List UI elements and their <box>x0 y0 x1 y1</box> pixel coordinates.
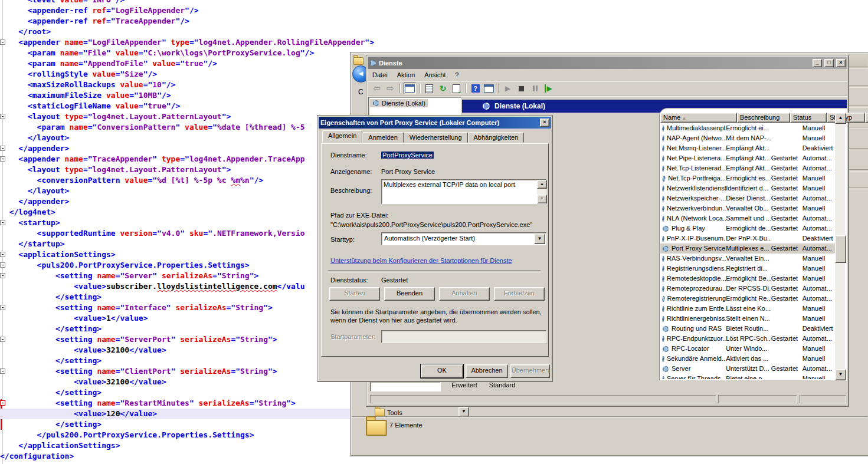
service-gear-icon <box>663 325 669 331</box>
tab-allgemein[interactable]: Allgemein <box>322 130 362 143</box>
service-gear-icon <box>662 135 664 141</box>
service-row[interactable]: PnP-X-IP-Busenum...Der PnP-X-Bu...Deakti… <box>660 233 835 243</box>
vertical-scrollbar[interactable]: ▲ ▼ <box>835 113 845 380</box>
service-row[interactable]: RAS-Verbindungsv...Verwaltet Ein...Manue… <box>660 254 835 264</box>
service-row[interactable]: ServerUnterstützt D...GestartetAutomat..… <box>660 364 835 374</box>
service-name-label: Dienstname: <box>330 152 367 159</box>
code-line[interactable]: <value>120</value> <box>0 409 353 419</box>
code-line[interactable]: <appender-ref ref="TraceAppender"/> <box>0 16 868 27</box>
fold-marker-icon[interactable]: - <box>0 114 5 119</box>
fold-marker-icon[interactable]: - <box>0 400 5 406</box>
column-header-beschreibung[interactable]: Beschreibung <box>737 113 790 123</box>
column-header-status[interactable]: Status <box>790 113 827 123</box>
service-row[interactable]: Net.Msmq-Listener...Empfängt Akt...Deakt… <box>660 143 835 153</box>
chevron-down-icon[interactable]: ▼ <box>534 233 545 244</box>
description-scrollbar[interactable]: ▲ ▼ <box>537 180 546 203</box>
console-tree-icon[interactable] <box>404 83 416 94</box>
service-row[interactable]: Sekundäre Anmeld...Aktiviert das ...Manu… <box>660 354 835 364</box>
cancel-button[interactable]: Abbrechen <box>466 364 508 378</box>
scroll-up-icon[interactable]: ▲ <box>835 113 846 124</box>
service-row[interactable]: Port Proxy ServiceMultiplexes e...Gestar… <box>660 243 835 254</box>
fold-marker-icon[interactable]: - <box>0 273 5 278</box>
scroll-down-icon[interactable]: ▼ <box>835 369 846 380</box>
service-row[interactable]: Registrierungsdiens...Registriert di...M… <box>660 264 835 274</box>
service-row[interactable]: Richtlinie zum Entfe...Lässt eine Ko...M… <box>660 304 835 314</box>
fold-marker-icon[interactable]: - <box>0 146 5 151</box>
service-gear-icon <box>662 165 664 171</box>
stop-button[interactable]: Beenden <box>384 287 435 301</box>
menu-item-datei[interactable]: Datei <box>368 70 392 80</box>
service-row[interactable]: Multimediaklassenpl...Ermöglicht ei...Ma… <box>660 123 835 133</box>
description-field[interactable]: Multiplexes external TCP/IP data on loca… <box>381 179 546 204</box>
export-list-icon[interactable] <box>451 83 462 94</box>
fold-marker-icon[interactable]: - <box>0 220 5 225</box>
service-row[interactable]: Plug & PlayErmöglicht de...GestartetAuto… <box>660 223 835 233</box>
fold-marker-icon[interactable]: - <box>0 337 5 342</box>
menu-item-ansicht[interactable]: Ansicht <box>420 70 450 80</box>
service-row[interactable]: NetzwerklistendienstIdentifiziert d...Ge… <box>660 183 835 193</box>
refresh-icon[interactable]: ↻ <box>437 83 448 94</box>
start-service-icon[interactable]: ▶ <box>502 83 513 94</box>
menu-item-aktion[interactable]: Aktion <box>392 70 420 80</box>
tree-dropdown[interactable]: ▼ <box>456 407 469 416</box>
service-row[interactable]: NLA (Network Loca...Sammelt und ...Gesta… <box>660 213 835 223</box>
fold-marker-icon[interactable]: - <box>0 40 5 45</box>
scroll-up-icon[interactable]: ▲ <box>537 180 547 189</box>
service-row[interactable]: NAP-Agent (Netwo...Mit dem NAP-...Manuel… <box>660 133 835 143</box>
scroll-down-icon[interactable]: ▼ <box>537 195 547 203</box>
ok-button[interactable]: OK <box>421 364 463 378</box>
service-row[interactable]: Richtlinienergebniss...Stellt einen N...… <box>660 314 835 324</box>
stop-service-icon[interactable] <box>516 83 527 94</box>
column-header-name[interactable]: Name ▲ <box>660 113 737 123</box>
chevron-down-icon[interactable]: ▼ <box>458 407 469 417</box>
tab-abhängigkeiten[interactable]: Abhängigkeiten <box>468 132 525 143</box>
service-row[interactable]: Net.Tcp-Listenerad...Empfängt Akt...Gest… <box>660 163 835 173</box>
tab-anmelden[interactable]: Anmelden <box>362 132 404 143</box>
tab-wiederherstellung[interactable]: Wiederherstellung <box>404 132 468 143</box>
service-row[interactable]: RemoteregistrierungErmöglicht Re...Gesta… <box>660 294 835 304</box>
service-row[interactable]: Net.Tcp-Portfreiga...Ermöglicht es...Ges… <box>660 173 835 183</box>
fold-marker-icon[interactable]: - <box>0 252 5 257</box>
dialog-titlebar[interactable]: Eigenschaften von Port Proxy Service (Lo… <box>319 117 551 129</box>
fold-marker-icon[interactable]: - <box>0 262 5 268</box>
fold-marker-icon[interactable]: - <box>0 156 5 162</box>
folder-icon <box>375 409 385 416</box>
minimize-button[interactable]: _ <box>813 59 822 67</box>
code-line[interactable]: <appender name="LogFileAppender" type="l… <box>0 37 868 48</box>
help-icon[interactable]: ? <box>470 83 481 94</box>
close-icon[interactable]: × <box>540 119 549 127</box>
service-row[interactable]: Routing und RASBietet Routin...Deaktivie… <box>660 324 835 334</box>
startup-type-combobox[interactable]: Automatisch (Verzögerter Start) ▼ <box>381 232 546 245</box>
service-row[interactable]: Net.Pipe-Listenera...Empfängt Akt...Gest… <box>660 153 835 163</box>
service-row[interactable]: Remoteprozedurau...Der RPCSS-Di...Gestar… <box>660 284 835 294</box>
filter-field[interactable] <box>370 381 441 391</box>
tree-item-dienste-lokal[interactable]: Dienste (Lokal) <box>370 99 428 107</box>
forward-icon[interactable]: ⇨ <box>385 83 396 94</box>
properties-icon[interactable] <box>424 83 435 94</box>
service-row[interactable]: RPC-LocatorUnter Windo...ManuellNetzwerk… <box>660 344 835 354</box>
service-row[interactable]: Server für Threads...Bietet eine n...Man… <box>660 374 835 379</box>
maximize-button[interactable]: □ <box>824 59 834 67</box>
code-line[interactable]: <appender-ref ref="LogFileAppender"/> <box>0 5 868 16</box>
back-icon[interactable]: ⇦ <box>371 83 382 94</box>
code-line[interactable]: <level value="INFO"/> <box>0 0 868 5</box>
close-button[interactable]: × <box>836 59 846 67</box>
services-titlebar[interactable]: Dienste _ □ × <box>368 57 847 69</box>
service-gear-icon <box>662 285 664 291</box>
restart-service-icon[interactable]: ▶ <box>543 83 554 94</box>
code-line[interactable]: </root> <box>0 27 868 37</box>
show-hide-tree-icon[interactable] <box>483 83 494 94</box>
menu-item-?[interactable]: ? <box>450 70 463 80</box>
pause-service-icon[interactable] <box>529 83 541 94</box>
scroll-thumb[interactable] <box>835 235 846 263</box>
service-row[interactable]: RPC-Endpunktzuor...Löst RPC-Sch...Gestar… <box>660 334 835 344</box>
fold-marker-icon[interactable]: - <box>0 305 5 310</box>
column-header-anmelden-als[interactable]: Anmelden als <box>865 113 868 123</box>
tree-item-tools[interactable]: Tools <box>375 409 402 416</box>
fold-marker-icon[interactable]: - <box>0 368 5 374</box>
folder-icon <box>353 57 363 65</box>
service-row[interactable]: Netzwerkverbindun...Verwaltet Ob...Gesta… <box>660 203 835 213</box>
startup-options-help-link[interactable]: Unterstützung beim Konfigurieren der Sta… <box>330 257 512 264</box>
service-row[interactable]: Netzwerkspeicher-...Dieser Dienst...Gest… <box>660 193 835 203</box>
service-row[interactable]: Remotedesktopdie...Ermöglicht Be...Gesta… <box>660 274 835 284</box>
